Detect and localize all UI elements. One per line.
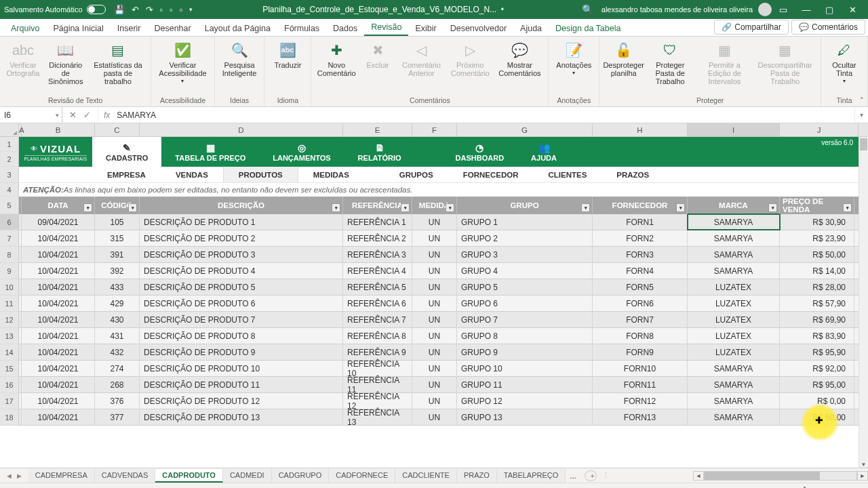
workbook-stats-button[interactable]: ▤Estatísticas da pasta de trabalho bbox=[91, 39, 146, 87]
filter-icon[interactable]: ▾ bbox=[83, 203, 92, 212]
subnav-empresa[interactable]: EMPRESA bbox=[92, 167, 161, 182]
col-I[interactable]: I bbox=[688, 123, 780, 136]
cell-forn[interactable]: FORN13 bbox=[593, 409, 688, 425]
row-header[interactable]: 4 bbox=[0, 183, 19, 197]
cell-marca[interactable]: SAMARYA bbox=[688, 409, 780, 425]
tab-developer[interactable]: Desenvolvedor bbox=[443, 21, 513, 36]
user-account[interactable]: alexsandro tabosa mendes de oliveira oli… bbox=[601, 3, 772, 16]
cell-med[interactable]: UN bbox=[412, 344, 457, 360]
col-F[interactable]: F bbox=[412, 123, 457, 136]
cell-med[interactable]: UN bbox=[412, 377, 457, 392]
cell-ref[interactable]: REFERÊNCIA 10 bbox=[343, 361, 412, 376]
cell-preco[interactable]: R$ 60,00 bbox=[780, 409, 854, 425]
filter-icon[interactable]: ▾ bbox=[128, 203, 137, 212]
unshare-button[interactable]: ▦Descompartilhar Pasta de Trabalho bbox=[755, 39, 815, 87]
cell-data[interactable]: 10/04/2021 bbox=[22, 263, 95, 279]
cell-cod[interactable]: 429 bbox=[95, 296, 140, 311]
cell-marca[interactable]: SAMARYA bbox=[688, 263, 780, 279]
new-sheet-button[interactable]: + bbox=[585, 470, 597, 481]
accessibility-button[interactable]: ✅Verificar Acessibilidade▾ bbox=[157, 39, 208, 86]
cell-data[interactable]: 09/04/2021 bbox=[22, 214, 95, 230]
row-header[interactable]: 1 bbox=[0, 137, 19, 152]
cell-marca[interactable]: SAMARYA bbox=[688, 377, 780, 392]
col-E[interactable]: E bbox=[343, 123, 412, 136]
sheet-tab[interactable]: CADVENDAS bbox=[95, 469, 155, 483]
row-header[interactable]: 14 bbox=[0, 344, 19, 361]
nav-ajuda[interactable]: 👥AJUDA bbox=[517, 137, 570, 167]
table-row[interactable]: 10/04/2021432DESCRIÇÃO DE PRODUTO 9REFER… bbox=[19, 344, 859, 361]
vertical-scrollbar[interactable]: ▲ ▼ bbox=[859, 137, 868, 468]
tab-draw[interactable]: Desenhar bbox=[147, 21, 197, 36]
cell-preco[interactable]: R$ 83,90 bbox=[780, 328, 854, 344]
sheet-tab[interactable]: TABELAPREÇO bbox=[497, 469, 566, 483]
name-box[interactable]: I6 bbox=[0, 107, 62, 123]
cell-cod[interactable]: 430 bbox=[95, 312, 140, 327]
row-header[interactable]: 9 bbox=[0, 263, 19, 279]
cell-grp[interactable]: GRUPO 1 bbox=[457, 214, 593, 230]
cell-forn[interactable]: FORN10 bbox=[593, 361, 688, 376]
table-row[interactable]: 10/04/2021430DESCRIÇÃO DE PRODUTO 7REFER… bbox=[19, 312, 859, 328]
tab-help[interactable]: Ajuda bbox=[513, 21, 549, 36]
notes-button[interactable]: 📝Anotações▾ bbox=[554, 39, 593, 78]
cell-ref[interactable]: REFERÊNCIA 6 bbox=[343, 296, 412, 311]
nav-dashboard[interactable]: ◔DASHBOARD bbox=[442, 137, 518, 167]
cell-ref[interactable]: REFERÊNCIA 1 bbox=[343, 214, 412, 230]
cell-grp[interactable]: GRUPO 12 bbox=[457, 393, 593, 409]
cell-marca[interactable]: LUZATEX bbox=[688, 344, 780, 360]
scroll-left-icon[interactable]: ◄ bbox=[693, 471, 704, 481]
table-row[interactable]: 10/04/2021391DESCRIÇÃO DE PRODUTO 3REFER… bbox=[19, 247, 859, 263]
cell-preco[interactable]: R$ 95,00 bbox=[780, 377, 854, 392]
cell-preco[interactable]: R$ 23,90 bbox=[780, 230, 854, 246]
ribbon-display-icon[interactable]: ▭ bbox=[772, 5, 795, 15]
cell-cod[interactable]: 274 bbox=[95, 361, 140, 376]
cell-med[interactable]: UN bbox=[412, 361, 457, 376]
nav-tabela-preco[interactable]: ▦TABELA DE PREÇO bbox=[161, 137, 259, 167]
filter-icon[interactable]: ▾ bbox=[401, 203, 410, 212]
subnav-produtos[interactable]: PRODUTOS bbox=[223, 167, 298, 182]
cell-marca[interactable]: SAMARYA bbox=[688, 361, 780, 376]
row-header[interactable]: 2 bbox=[0, 152, 19, 167]
subnav-grupos[interactable]: GRUPOS bbox=[384, 167, 448, 182]
row-header[interactable]: 5 bbox=[0, 197, 19, 214]
table-row[interactable]: 10/04/2021274DESCRIÇÃO DE PRODUTO 10REFE… bbox=[19, 361, 859, 377]
cell-cod[interactable]: 105 bbox=[95, 214, 140, 230]
cell-ref[interactable]: REFERÊNCIA 7 bbox=[343, 312, 412, 327]
cell-ref[interactable]: REFERÊNCIA 12 bbox=[343, 393, 412, 409]
sheet-tab[interactable]: PRAZO bbox=[457, 469, 497, 483]
formula-bar[interactable]: fxSAMARYA bbox=[98, 107, 854, 123]
cell-data[interactable]: 10/04/2021 bbox=[22, 279, 95, 295]
sheet-tab[interactable]: CADFORNECE bbox=[329, 469, 395, 483]
col-C[interactable]: C bbox=[95, 123, 140, 136]
cell-desc[interactable]: DESCRIÇÃO DE PRODUTO 8 bbox=[140, 328, 343, 344]
cell-grp[interactable]: GRUPO 3 bbox=[457, 247, 593, 262]
scroll-thumb[interactable] bbox=[860, 138, 867, 150]
cell-med[interactable]: UN bbox=[412, 247, 457, 262]
cell-forn[interactable]: FORN8 bbox=[593, 328, 688, 344]
cell-ref[interactable]: REFERÊNCIA 8 bbox=[343, 328, 412, 344]
cell-cod[interactable]: 433 bbox=[95, 279, 140, 295]
cell-preco[interactable]: R$ 28,00 bbox=[780, 279, 854, 295]
cell-data[interactable]: 10/04/2021 bbox=[22, 328, 95, 344]
row-header[interactable]: 11 bbox=[0, 296, 19, 312]
sheet-tab[interactable]: CADGRUPO bbox=[272, 469, 330, 483]
prev-comment-button[interactable]: ◁Comentário Anterior bbox=[399, 39, 443, 79]
cell-preco[interactable]: R$ 95,90 bbox=[780, 344, 854, 360]
filter-icon[interactable]: ▾ bbox=[843, 203, 852, 212]
redo-icon[interactable]: ↷ bbox=[146, 5, 153, 15]
cell-desc[interactable]: DESCRIÇÃO DE PRODUTO 2 bbox=[140, 230, 343, 246]
cell-marca[interactable]: SAMARYA bbox=[688, 247, 780, 262]
cell-data[interactable]: 10/04/2021 bbox=[22, 296, 95, 311]
cell-desc[interactable]: DESCRIÇÃO DE PRODUTO 3 bbox=[140, 247, 343, 262]
col-G[interactable]: G bbox=[457, 123, 593, 136]
cell-cod[interactable]: 392 bbox=[95, 263, 140, 279]
cell-preco[interactable]: R$ 14,00 bbox=[780, 263, 854, 279]
sheet-tab[interactable]: CADPRODUTO bbox=[155, 469, 223, 483]
table-row[interactable]: 09/04/2021105DESCRIÇÃO DE PRODUTO 1REFER… bbox=[19, 214, 859, 230]
cell-grp[interactable]: GRUPO 8 bbox=[457, 328, 593, 344]
tab-data[interactable]: Dados bbox=[326, 21, 364, 36]
nav-lancamentos[interactable]: ◎LANÇAMENTOS bbox=[259, 137, 344, 167]
collapse-ribbon-icon[interactable]: ˄ bbox=[860, 96, 864, 105]
cell-desc[interactable]: DESCRIÇÃO DE PRODUTO 6 bbox=[140, 296, 343, 311]
toggle-icon[interactable] bbox=[87, 5, 106, 14]
cell-preco[interactable]: R$ 30,90 bbox=[780, 214, 854, 230]
